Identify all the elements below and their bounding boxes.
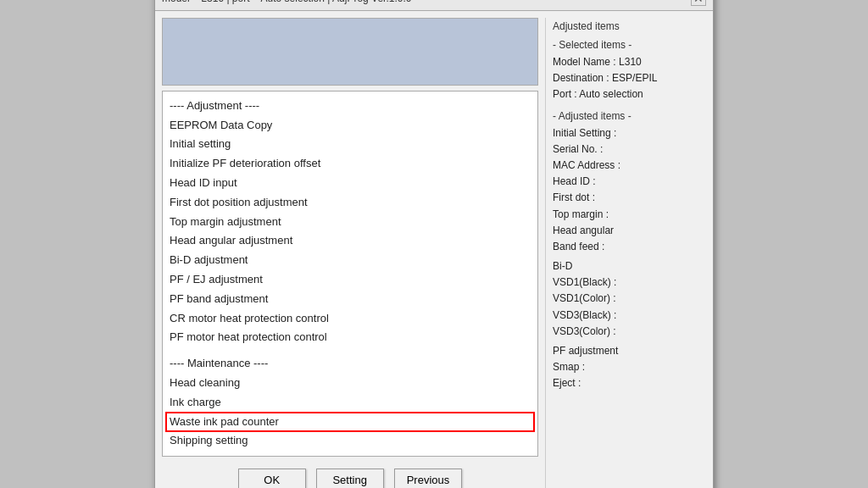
- menu-item-waste-ink[interactable]: Waste ink pad counter: [166, 413, 534, 432]
- menu-item-init-pf[interactable]: Initialize PF deterioration offset: [166, 154, 534, 174]
- menu-item-pf-ej[interactable]: PF / EJ adjustment: [166, 270, 534, 290]
- right-field: VSD3(Black) :: [553, 308, 706, 324]
- right-field: First dot :: [553, 190, 706, 206]
- menu-item-initial-setting[interactable]: Initial setting: [166, 135, 534, 154]
- right-field: Head ID :: [553, 174, 706, 190]
- right-field: Serial No. :: [553, 141, 706, 158]
- menu-item-first-dot[interactable]: First dot position adjustment: [166, 193, 534, 213]
- title-bar-text: model = L310 | port = Auto selection | A…: [162, 0, 411, 4]
- menu-item-head-angular[interactable]: Head angular adjustment: [166, 231, 534, 251]
- menu-item-ink-charge[interactable]: Ink charge: [166, 393, 534, 413]
- right-field: PF adjustment: [553, 343, 706, 359]
- right-field: VSD1(Color) :: [553, 291, 706, 307]
- menu-item-eeprom[interactable]: EEPROM Data Copy: [166, 116, 534, 136]
- right-field: VSD3(Color) :: [553, 324, 706, 340]
- preview-area: [162, 18, 538, 86]
- right-field: Head angular: [553, 223, 706, 239]
- adjusted-items-header: - Adjusted items -: [553, 108, 706, 125]
- main-dialog: model = L310 | port = Auto selection | A…: [154, 0, 714, 488]
- menu-spacer: [166, 347, 534, 354]
- menu-item-head-cleaning[interactable]: Head cleaning: [166, 374, 534, 393]
- previous-button[interactable]: Previous: [394, 469, 463, 488]
- menu-item-head-id[interactable]: Head ID input: [166, 174, 534, 193]
- menu-item-bi-d[interactable]: Bi-D adjustment: [166, 251, 534, 270]
- menu-item-pf-motor[interactable]: PF motor heat protection control: [166, 328, 534, 347]
- destination: Destination : ESP/EPIL: [553, 70, 706, 86]
- right-fields: Initial Setting :Serial No. :MAC Address…: [553, 125, 706, 392]
- right-field: Bi-D: [553, 258, 706, 274]
- right-panel: Adjusted items - Selected items - Model …: [545, 18, 706, 488]
- menu-item-pf-band[interactable]: PF band adjustment: [166, 290, 534, 309]
- menu-item-maint-header: ---- Maintenance ----: [166, 354, 534, 374]
- menu-item-shipping[interactable]: Shipping setting: [166, 431, 534, 451]
- left-panel: ---- Adjustment ----EEPROM Data CopyInit…: [162, 18, 538, 488]
- port: Port : Auto selection: [553, 86, 706, 103]
- menu-list-inner: ---- Adjustment ----EEPROM Data CopyInit…: [166, 97, 534, 451]
- menu-item-top-margin[interactable]: Top margin adjustment: [166, 213, 534, 232]
- menu-item-cr-motor[interactable]: CR motor heat protection control: [166, 309, 534, 329]
- close-button[interactable]: ✕: [691, 0, 706, 6]
- menu-item-adj-header: ---- Adjustment ----: [166, 97, 534, 116]
- menu-list: ---- Adjustment ----EEPROM Data CopyInit…: [162, 91, 538, 457]
- right-field: MAC Address :: [553, 158, 706, 174]
- right-field: Eject :: [553, 375, 706, 391]
- dialog-body: ---- Adjustment ----EEPROM Data CopyInit…: [155, 11, 713, 488]
- button-row: OK Setting Previous: [162, 462, 538, 488]
- right-field: Initial Setting :: [553, 125, 706, 141]
- title-bar: model = L310 | port = Auto selection | A…: [155, 0, 713, 11]
- adjusted-items-title: Adjusted items: [553, 18, 706, 35]
- right-field: Smap :: [553, 359, 706, 375]
- ok-button[interactable]: OK: [238, 469, 306, 488]
- setting-button[interactable]: Setting: [316, 469, 384, 488]
- right-field: Top margin :: [553, 207, 706, 223]
- selected-items-header: - Selected items -: [553, 36, 706, 53]
- right-field: Band feed :: [553, 239, 706, 255]
- right-field: VSD1(Black) :: [553, 274, 706, 291]
- model-name: Model Name : L310: [553, 54, 706, 70]
